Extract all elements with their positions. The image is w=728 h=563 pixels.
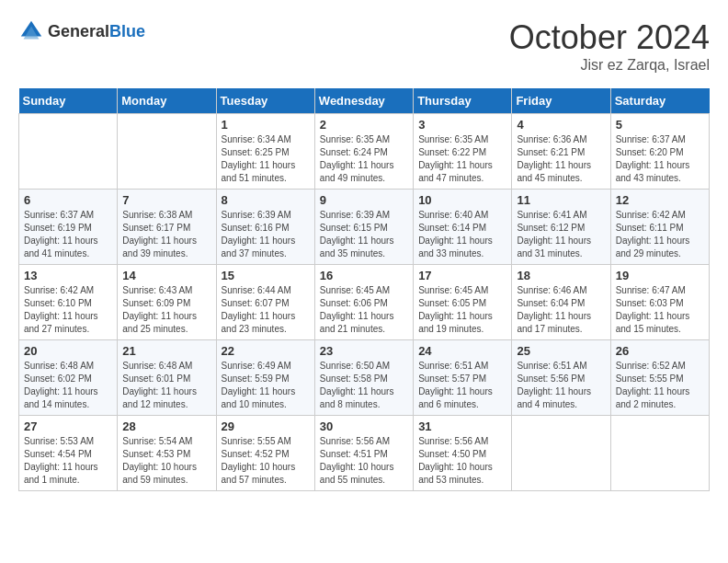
day-number: 27 — [24, 419, 112, 433]
day-info: Sunrise: 5:55 AM Sunset: 4:52 PM Dayligh… — [222, 435, 310, 487]
day-number: 18 — [517, 269, 605, 282]
day-number: 11 — [517, 193, 605, 207]
cell-w5-d3: 29Sunrise: 5:55 AM Sunset: 4:52 PM Dayli… — [216, 416, 314, 491]
logo: GeneralBlue — [18, 18, 145, 44]
day-info: Sunrise: 6:45 AM Sunset: 6:06 PM Dayligh… — [320, 284, 408, 336]
day-number: 26 — [616, 344, 704, 358]
day-number: 20 — [24, 344, 112, 358]
week-row-2: 6Sunrise: 6:37 AM Sunset: 6:19 PM Daylig… — [19, 190, 710, 265]
day-number: 3 — [418, 118, 506, 132]
day-info: Sunrise: 5:54 AM Sunset: 4:53 PM Dayligh… — [122, 435, 210, 487]
calendar-header-row: SundayMondayTuesdayWednesdayThursdayFrid… — [19, 88, 710, 114]
cell-w3-d2: 14Sunrise: 6:43 AM Sunset: 6:09 PM Dayli… — [118, 265, 216, 340]
cell-w5-d1: 27Sunrise: 5:53 AM Sunset: 4:54 PM Dayli… — [19, 416, 118, 491]
cell-w5-d4: 30Sunrise: 5:56 AM Sunset: 4:51 PM Dayli… — [314, 416, 413, 491]
week-row-4: 20Sunrise: 6:48 AM Sunset: 6:02 PM Dayli… — [19, 340, 710, 416]
day-number: 25 — [517, 344, 605, 358]
day-info: Sunrise: 6:48 AM Sunset: 6:01 PM Dayligh… — [122, 360, 210, 411]
logo-icon — [18, 18, 44, 44]
day-number: 2 — [320, 118, 408, 132]
day-info: Sunrise: 6:37 AM Sunset: 6:19 PM Dayligh… — [24, 209, 112, 260]
cell-w4-d4: 23Sunrise: 6:50 AM Sunset: 5:58 PM Dayli… — [314, 340, 413, 416]
cell-w5-d5: 31Sunrise: 5:56 AM Sunset: 4:50 PM Dayli… — [414, 416, 512, 491]
cell-w4-d1: 20Sunrise: 6:48 AM Sunset: 6:02 PM Dayli… — [19, 340, 118, 416]
day-info: Sunrise: 6:39 AM Sunset: 6:15 PM Dayligh… — [320, 209, 408, 260]
cell-w5-d6 — [512, 416, 610, 491]
day-number: 22 — [222, 344, 310, 358]
day-number: 8 — [222, 193, 310, 207]
day-number: 19 — [616, 269, 704, 282]
header-thursday: Thursday — [414, 88, 512, 114]
day-number: 29 — [222, 419, 310, 433]
day-number: 15 — [222, 269, 310, 282]
page-header: GeneralBlue October 2024 Jisr ez Zarqa, … — [18, 18, 710, 74]
title-block: October 2024 Jisr ez Zarqa, Israel — [509, 18, 710, 74]
day-info: Sunrise: 6:42 AM Sunset: 6:10 PM Dayligh… — [24, 284, 112, 336]
day-number: 16 — [320, 269, 408, 282]
week-row-5: 27Sunrise: 5:53 AM Sunset: 4:54 PM Dayli… — [19, 416, 710, 491]
day-info: Sunrise: 6:34 AM Sunset: 6:25 PM Dayligh… — [222, 133, 310, 185]
day-info: Sunrise: 6:35 AM Sunset: 6:22 PM Dayligh… — [418, 133, 506, 185]
cell-w2-d6: 11Sunrise: 6:41 AM Sunset: 6:12 PM Dayli… — [512, 190, 610, 265]
cell-w2-d4: 9Sunrise: 6:39 AM Sunset: 6:15 PM Daylig… — [314, 190, 413, 265]
day-info: Sunrise: 5:53 AM Sunset: 4:54 PM Dayligh… — [24, 435, 112, 487]
day-info: Sunrise: 6:46 AM Sunset: 6:04 PM Dayligh… — [517, 284, 605, 336]
day-number: 1 — [222, 118, 310, 132]
cell-w4-d3: 22Sunrise: 6:49 AM Sunset: 5:59 PM Dayli… — [216, 340, 314, 416]
cell-w2-d2: 7Sunrise: 6:38 AM Sunset: 6:17 PM Daylig… — [118, 190, 216, 265]
week-row-3: 13Sunrise: 6:42 AM Sunset: 6:10 PM Dayli… — [19, 265, 710, 340]
day-info: Sunrise: 5:56 AM Sunset: 4:50 PM Dayligh… — [418, 435, 506, 487]
day-number: 21 — [122, 344, 210, 358]
day-info: Sunrise: 6:48 AM Sunset: 6:02 PM Dayligh… — [24, 360, 112, 411]
day-number: 31 — [418, 419, 506, 433]
day-number: 6 — [24, 193, 112, 207]
day-number: 23 — [320, 344, 408, 358]
cell-w3-d1: 13Sunrise: 6:42 AM Sunset: 6:10 PM Dayli… — [19, 265, 118, 340]
day-number: 30 — [320, 419, 408, 433]
cell-w1-d3: 1Sunrise: 6:34 AM Sunset: 6:25 PM Daylig… — [216, 114, 314, 190]
day-info: Sunrise: 6:39 AM Sunset: 6:16 PM Dayligh… — [222, 209, 310, 260]
day-info: Sunrise: 6:43 AM Sunset: 6:09 PM Dayligh… — [122, 284, 210, 336]
cell-w3-d5: 17Sunrise: 6:45 AM Sunset: 6:05 PM Dayli… — [414, 265, 512, 340]
day-info: Sunrise: 6:51 AM Sunset: 5:57 PM Dayligh… — [418, 360, 506, 411]
cell-w2-d5: 10Sunrise: 6:40 AM Sunset: 6:14 PM Dayli… — [414, 190, 512, 265]
header-saturday: Saturday — [610, 88, 709, 114]
cell-w1-d1 — [19, 114, 118, 190]
day-number: 4 — [517, 118, 605, 132]
day-number: 9 — [320, 193, 408, 207]
header-monday: Monday — [118, 88, 216, 114]
day-number: 10 — [418, 193, 506, 207]
cell-w3-d4: 16Sunrise: 6:45 AM Sunset: 6:06 PM Dayli… — [314, 265, 413, 340]
calendar-table: SundayMondayTuesdayWednesdayThursdayFrid… — [18, 88, 710, 491]
cell-w2-d7: 12Sunrise: 6:42 AM Sunset: 6:11 PM Dayli… — [610, 190, 709, 265]
cell-w1-d6: 4Sunrise: 6:36 AM Sunset: 6:21 PM Daylig… — [512, 114, 610, 190]
day-info: Sunrise: 6:52 AM Sunset: 5:55 PM Dayligh… — [616, 360, 704, 411]
cell-w5-d2: 28Sunrise: 5:54 AM Sunset: 4:53 PM Dayli… — [118, 416, 216, 491]
day-info: Sunrise: 6:41 AM Sunset: 6:12 PM Dayligh… — [517, 209, 605, 260]
day-number: 28 — [122, 419, 210, 433]
cell-w4-d6: 25Sunrise: 6:51 AM Sunset: 5:56 PM Dayli… — [512, 340, 610, 416]
cell-w4-d7: 26Sunrise: 6:52 AM Sunset: 5:55 PM Dayli… — [610, 340, 709, 416]
day-info: Sunrise: 6:37 AM Sunset: 6:20 PM Dayligh… — [616, 133, 704, 185]
location-title: Jisr ez Zarqa, Israel — [509, 57, 710, 74]
cell-w3-d7: 19Sunrise: 6:47 AM Sunset: 6:03 PM Dayli… — [610, 265, 709, 340]
day-info: Sunrise: 6:47 AM Sunset: 6:03 PM Dayligh… — [616, 284, 704, 336]
day-info: Sunrise: 6:44 AM Sunset: 6:07 PM Dayligh… — [222, 284, 310, 336]
cell-w1-d4: 2Sunrise: 6:35 AM Sunset: 6:24 PM Daylig… — [314, 114, 413, 190]
day-number: 12 — [616, 193, 704, 207]
day-number: 14 — [122, 269, 210, 282]
cell-w4-d2: 21Sunrise: 6:48 AM Sunset: 6:01 PM Dayli… — [118, 340, 216, 416]
month-title: October 2024 — [509, 18, 710, 57]
header-tuesday: Tuesday — [216, 88, 314, 114]
header-sunday: Sunday — [19, 88, 118, 114]
week-row-1: 1Sunrise: 6:34 AM Sunset: 6:25 PM Daylig… — [19, 114, 710, 190]
cell-w1-d5: 3Sunrise: 6:35 AM Sunset: 6:22 PM Daylig… — [414, 114, 512, 190]
day-info: Sunrise: 6:38 AM Sunset: 6:17 PM Dayligh… — [122, 209, 210, 260]
cell-w1-d7: 5Sunrise: 6:37 AM Sunset: 6:20 PM Daylig… — [610, 114, 709, 190]
cell-w2-d3: 8Sunrise: 6:39 AM Sunset: 6:16 PM Daylig… — [216, 190, 314, 265]
day-number: 13 — [24, 269, 112, 282]
cell-w3-d6: 18Sunrise: 6:46 AM Sunset: 6:04 PM Dayli… — [512, 265, 610, 340]
header-wednesday: Wednesday — [314, 88, 413, 114]
day-info: Sunrise: 6:35 AM Sunset: 6:24 PM Dayligh… — [320, 133, 408, 185]
day-info: Sunrise: 6:36 AM Sunset: 6:21 PM Dayligh… — [517, 133, 605, 185]
